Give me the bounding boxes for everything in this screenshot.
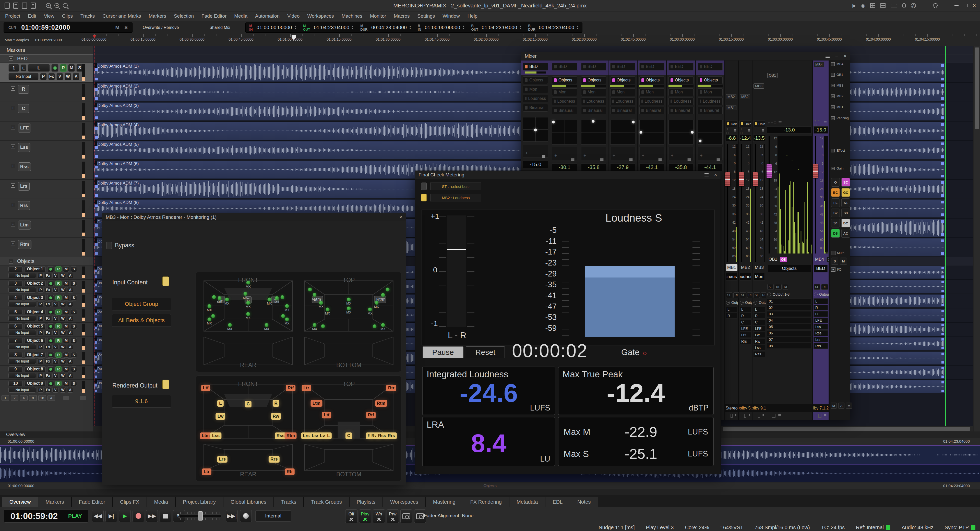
- channel-row[interactable]: R: [740, 313, 751, 319]
- object-track-header[interactable]: 6 Object 5 R M S No Input PFxVWA: [0, 323, 93, 337]
- bus-format-label[interactable]: Stereo: [725, 404, 738, 412]
- channel-row[interactable]: Lrs: [740, 332, 751, 338]
- bottom-tab[interactable]: Notes: [570, 497, 598, 507]
- markers-lane-header[interactable]: Markers: [0, 46, 93, 55]
- clip-handle-icon[interactable]: [941, 116, 944, 119]
- clip-handle-icon[interactable]: [941, 162, 944, 165]
- mixer-mam-button[interactable]: M: [846, 402, 852, 409]
- clip-handle-icon[interactable]: [941, 84, 944, 87]
- channel-chip-label[interactable]: Rss: [18, 162, 31, 171]
- mute-button[interactable]: M: [63, 338, 69, 343]
- track-option-button[interactable]: P: [38, 373, 44, 378]
- strip-menu-icon[interactable]: [717, 158, 720, 159]
- mixer-function-button[interactable]: SC: [842, 178, 850, 187]
- menu-item[interactable]: Cursor and Marks: [102, 13, 141, 19]
- strip-menu-icon[interactable]: [600, 158, 604, 159]
- window-maximize-button[interactable]: [964, 4, 967, 7]
- track-option-button[interactable]: A: [67, 358, 73, 364]
- channel-row[interactable]: C: [813, 311, 828, 317]
- track-option-button[interactable]: Fx: [45, 344, 51, 350]
- strip-icons-row[interactable]: + − □: [752, 128, 766, 134]
- clip-handle-icon[interactable]: [941, 309, 944, 312]
- strip-function-button[interactable]: SF: [767, 284, 774, 290]
- menu-item[interactable]: Project: [5, 13, 20, 19]
- track-option-button[interactable]: W: [60, 358, 66, 364]
- channel-row[interactable]: Rss: [753, 351, 765, 357]
- bottom-tab[interactable]: Mastering: [426, 497, 463, 507]
- fader-alignment-label[interactable]: Fader Alignment: None: [424, 513, 473, 518]
- mixer-function-button[interactable]: DC: [842, 219, 850, 227]
- meter-bus-row[interactable]: MB2 : Loudness: [421, 194, 721, 202]
- clip-handle-icon[interactable]: [941, 232, 944, 236]
- ready-button[interactable]: R: [56, 338, 62, 343]
- collapse-section-icon[interactable]: −: [831, 84, 835, 87]
- ob-button[interactable]: OB: [780, 257, 787, 262]
- fader-track[interactable]: [814, 136, 817, 253]
- solo-button[interactable]: S: [71, 338, 77, 343]
- output-routing[interactable]: Output 1-8: [813, 290, 829, 296]
- input-selector[interactable]: No Input: [8, 73, 38, 80]
- track-number[interactable]: 2: [8, 266, 23, 272]
- channel-row[interactable]: Lss: [813, 324, 828, 329]
- overview-label[interactable]: Overview: [6, 432, 25, 437]
- track-option-button[interactable]: P: [38, 301, 44, 307]
- clip-handle-icon[interactable]: [95, 252, 98, 255]
- menu-item[interactable]: Markers: [149, 13, 166, 19]
- strip-menu-icon[interactable]: [629, 158, 633, 159]
- clip-handle-icon[interactable]: [95, 304, 97, 307]
- zoom-out-icon[interactable]: −: [54, 3, 59, 8]
- channel-chip-label[interactable]: R: [18, 85, 29, 94]
- bottom-tab[interactable]: FX Rendering: [463, 497, 509, 507]
- strip-footer-icons[interactable]: −: [813, 413, 829, 420]
- strip-icons-row[interactable]: + − □: [766, 120, 812, 126]
- record-arm-button[interactable]: [47, 381, 54, 386]
- ruler-unit-label[interactable]: Man :Samples: [5, 38, 29, 42]
- record-arm-button[interactable]: [47, 281, 54, 286]
- channel-chip-label[interactable]: Lss: [18, 143, 30, 152]
- strip-footer-icons[interactable]: −: [725, 413, 738, 420]
- fader-cap[interactable]: [767, 164, 772, 178]
- menu-item[interactable]: Automation: [255, 13, 280, 19]
- clip-handle-icon[interactable]: [941, 103, 944, 107]
- menu-item[interactable]: Clips: [62, 13, 73, 19]
- mixer-strip[interactable]: MB4 + − □ -15.0: [813, 60, 829, 420]
- mixer-function-button[interactable]: BC: [831, 188, 840, 197]
- track-option-button[interactable]: P: [38, 358, 44, 364]
- mute-button[interactable]: M: [63, 281, 69, 286]
- clip-handle-icon[interactable]: [95, 155, 98, 158]
- open-project-icon[interactable]: [13, 3, 18, 9]
- mixer-function-button[interactable]: GC: [842, 188, 850, 197]
- track-option-button[interactable]: W: [60, 287, 66, 293]
- track-option-button[interactable]: P: [38, 287, 44, 293]
- mixer-function-button[interactable]: O: [831, 178, 840, 187]
- fader-cap[interactable]: [725, 172, 730, 186]
- save-project-icon[interactable]: [22, 3, 27, 9]
- object-track-header[interactable]: 8 Object 7 R M S No Input PFxVWA: [0, 351, 93, 366]
- strip-icons-row[interactable]: + − □: [813, 120, 829, 126]
- track-number[interactable]: 6: [8, 323, 23, 329]
- channel-row[interactable]: Rrs: [740, 339, 751, 344]
- mixer-function-button[interactable]: S1: [842, 198, 850, 207]
- clip-handle-icon[interactable]: [941, 281, 944, 284]
- mute-section[interactable]: −Mute: [831, 251, 851, 255]
- clip-handle-icon[interactable]: [941, 155, 944, 158]
- channel-row[interactable]: Rss: [813, 330, 828, 336]
- collapse-section-icon[interactable]: −: [831, 149, 835, 153]
- record-arm-button[interactable]: [47, 309, 54, 315]
- strip-footer-icons[interactable]: −: [739, 413, 752, 420]
- collapse-section-icon[interactable]: −: [831, 116, 835, 120]
- bottom-tab[interactable]: Project Library: [175, 497, 223, 507]
- track-name-field[interactable]: L: [28, 64, 50, 72]
- group-header-bed[interactable]: − BED: [0, 55, 93, 63]
- collapse-section-icon[interactable]: −: [831, 73, 835, 76]
- track-option-button[interactable]: Fx: [45, 387, 51, 393]
- automation-info-icon[interactable]: A: [911, 3, 916, 8]
- next-marker-button[interactable]: ▶|: [105, 510, 117, 522]
- chase-button[interactable]: ▶▶|: [226, 510, 238, 522]
- pan-xy-pad[interactable]: [552, 120, 577, 145]
- track-option-button[interactable]: V: [52, 330, 59, 335]
- fader-cap[interactable]: [753, 172, 758, 186]
- solo-button[interactable]: S: [71, 281, 77, 286]
- ready-button[interactable]: R: [60, 64, 67, 72]
- clip-handle-icon[interactable]: [95, 275, 97, 278]
